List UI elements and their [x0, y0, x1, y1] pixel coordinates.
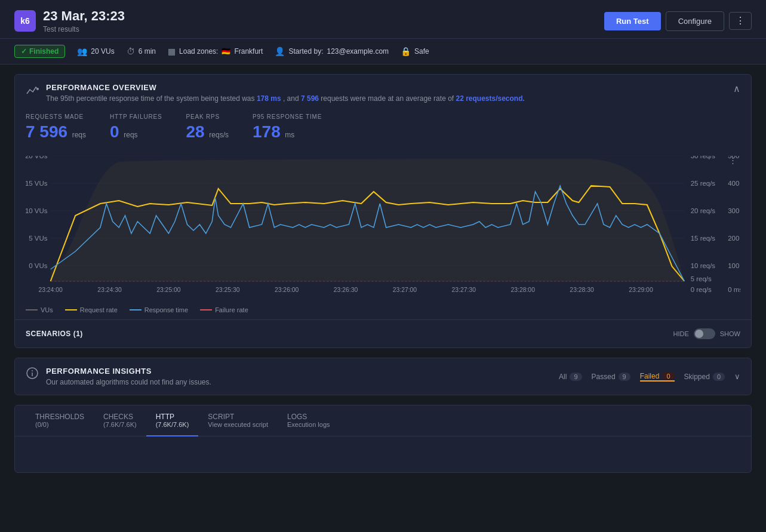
legend-vus: VUs — [26, 306, 53, 313]
scenarios-bar: SCENARIOS (1) HIDE SHOW — [15, 319, 751, 348]
tab-nav: THRESHOLDS (0/0) CHECKS (7.6K/7.6K) HTTP… — [15, 405, 751, 436]
card-header: PERFORMANCE OVERVIEW The 95th percentile… — [15, 75, 751, 109]
safe-status: 🔒 Safe — [401, 47, 429, 56]
svg-text:100 ms: 100 ms — [728, 262, 740, 269]
card-title-section: PERFORMANCE OVERVIEW The 95th percentile… — [46, 83, 525, 103]
tab-checks[interactable]: CHECKS (7.6K/7.6K) — [94, 405, 146, 436]
overview-description: The 95th percentile response time of the… — [46, 94, 525, 103]
status-bar: ✓ Finished 👥 20 VUs ⏱ 6 min ▦ Load zones… — [0, 39, 766, 64]
svg-point-38 — [32, 370, 33, 371]
toggle-knob — [695, 330, 703, 338]
chart-legend: VUs Request rate Response time Failure r… — [15, 303, 751, 319]
card-header-left: PERFORMANCE OVERVIEW The 95th percentile… — [26, 83, 525, 103]
svg-text:0 ms: 0 ms — [728, 286, 740, 293]
svg-text:30 req/s: 30 req/s — [691, 156, 716, 159]
svg-text:23:28:00: 23:28:00 — [510, 287, 535, 293]
insights-tab-passed[interactable]: Passed 9 — [592, 373, 630, 381]
legend-response-time-line — [130, 309, 141, 310]
app-wrapper: k6 23 Mar, 23:23 Test results Run Test C… — [0, 0, 766, 532]
collapse-icon[interactable]: ∧ — [733, 83, 740, 94]
insights-tab-failed[interactable]: Failed 0 — [640, 372, 675, 382]
svg-text:300 ms: 300 ms — [728, 207, 740, 214]
load-zones-status: ▦ Load zones: 🇩🇪 Frankfurt — [168, 47, 263, 56]
svg-text:23:24:00: 23:24:00 — [38, 287, 63, 293]
tab-script[interactable]: SCRIPT View executed script — [198, 405, 278, 436]
svg-point-0 — [36, 88, 39, 90]
svg-text:15 req/s: 15 req/s — [691, 235, 716, 242]
svg-text:25 req/s: 25 req/s — [691, 180, 716, 187]
legend-vus-line — [26, 309, 38, 310]
svg-text:200 ms: 200 ms — [728, 235, 740, 242]
tab-thresholds[interactable]: THRESHOLDS (0/0) — [26, 405, 94, 436]
scenarios-title: SCENARIOS (1) — [26, 330, 83, 338]
page-subtitle: Test results — [43, 25, 125, 33]
tab-content-http — [15, 436, 751, 472]
svg-text:0 VUs: 0 VUs — [29, 262, 48, 269]
legend-failure-rate-line — [200, 309, 212, 310]
header-title-section: 23 Mar, 23:23 Test results — [43, 8, 125, 33]
hide-show-toggle[interactable] — [694, 328, 715, 339]
svg-text:5 req/s: 5 req/s — [691, 275, 712, 282]
svg-text:10 req/s: 10 req/s — [691, 262, 716, 269]
svg-text:15 VUs: 15 VUs — [26, 180, 48, 187]
svg-text:10 VUs: 10 VUs — [26, 207, 48, 214]
tab-http[interactable]: HTTP (7.6K/7.6K) — [146, 405, 199, 436]
page-title: 23 Mar, 23:23 — [43, 8, 125, 24]
run-test-button[interactable]: Run Test — [604, 12, 661, 30]
insights-header: PERFORMANCE INSIGHTS Our automated algor… — [26, 367, 740, 386]
svg-text:400 ms: 400 ms — [728, 180, 740, 187]
insights-left: PERFORMANCE INSIGHTS Our automated algor… — [26, 367, 211, 386]
status-badge: ✓ Finished — [14, 45, 65, 58]
toggle-container: HIDE SHOW — [673, 328, 740, 339]
insights-tabs: All 9 Passed 9 Failed 0 Skipped 0 — [559, 372, 740, 382]
svg-text:20 req/s: 20 req/s — [691, 207, 716, 214]
started-by-status: 👤 Started by: 123@example.com — [275, 47, 389, 56]
svg-text:23:26:00: 23:26:00 — [275, 287, 299, 293]
svg-text:23:24:30: 23:24:30 — [97, 287, 122, 293]
performance-chart: 20 VUs 15 VUs 10 VUs 5 VUs 0 VUs 30 req/… — [26, 156, 740, 293]
insights-tab-skipped[interactable]: Skipped 0 — [684, 373, 725, 381]
users-icon: 👥 — [77, 47, 87, 56]
svg-text:0 req/s: 0 req/s — [691, 286, 712, 293]
insights-tab-all[interactable]: All 9 — [559, 373, 582, 381]
svg-text:20 VUs: 20 VUs — [26, 156, 48, 159]
performance-insights-card: PERFORMANCE INSIGHTS Our automated algor… — [14, 358, 752, 395]
header-actions: Run Test Configure ⋮ — [604, 11, 752, 31]
tab-logs[interactable]: LOGS Execution logs — [278, 405, 340, 436]
duration-status: ⏱ 6 min — [127, 47, 156, 56]
zone-icon: ▦ — [168, 47, 176, 56]
svg-text:23:28:30: 23:28:30 — [570, 287, 594, 293]
svg-text:500 ms: 500 ms — [728, 156, 740, 159]
insights-icon — [26, 367, 39, 383]
k6-logo: k6 — [14, 10, 36, 32]
main-content: PERFORMANCE OVERVIEW The 95th percentile… — [0, 64, 766, 482]
clock-icon: ⏱ — [127, 47, 135, 56]
header-left: k6 23 Mar, 23:23 Test results — [14, 8, 125, 33]
svg-text:23:27:00: 23:27:00 — [393, 287, 417, 293]
chart-container: ⋮ — [15, 151, 751, 303]
requests-made-metric: REQUESTS MADE 7 596 reqs — [26, 113, 86, 142]
legend-failure-rate: Failure rate — [200, 306, 248, 313]
svg-text:23:27:30: 23:27:30 — [452, 287, 476, 293]
header: k6 23 Mar, 23:23 Test results Run Test C… — [0, 0, 766, 39]
chart-icon — [26, 84, 39, 100]
person-icon: 👤 — [275, 47, 285, 56]
p95-response-metric: P95 RESPONSE TIME 178 ms — [253, 113, 322, 142]
legend-request-rate: Request rate — [65, 306, 118, 313]
more-options-button[interactable]: ⋮ — [729, 12, 752, 30]
http-failures-metric: HTTP FAILURES 0 reqs — [110, 113, 162, 142]
overview-title: PERFORMANCE OVERVIEW — [46, 83, 525, 92]
check-icon: ✓ — [21, 47, 27, 56]
legend-request-rate-line — [65, 309, 77, 310]
configure-button[interactable]: Configure — [666, 11, 724, 31]
insights-expand-icon[interactable]: ∨ — [734, 372, 740, 381]
insights-text: PERFORMANCE INSIGHTS Our automated algor… — [46, 367, 211, 386]
legend-response-time: Response time — [130, 306, 188, 313]
svg-text:23:29:00: 23:29:00 — [629, 287, 653, 293]
svg-text:5 VUs: 5 VUs — [29, 235, 48, 242]
svg-text:23:26:30: 23:26:30 — [334, 287, 358, 293]
performance-overview-card: PERFORMANCE OVERVIEW The 95th percentile… — [14, 74, 752, 348]
metrics-row: REQUESTS MADE 7 596 reqs HTTP FAILURES 0… — [15, 109, 751, 151]
svg-text:23:25:30: 23:25:30 — [216, 287, 240, 293]
bottom-tabs-card: THRESHOLDS (0/0) CHECKS (7.6K/7.6K) HTTP… — [14, 405, 752, 473]
